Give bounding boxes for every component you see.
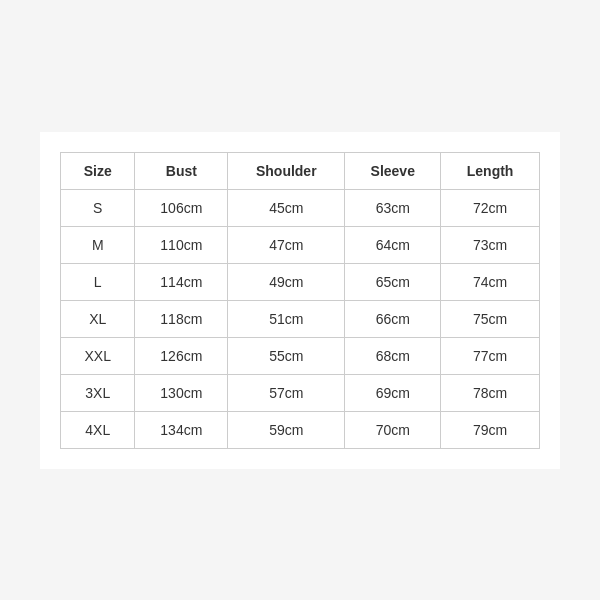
table-cell: 65cm (345, 263, 441, 300)
table-cell: 47cm (228, 226, 345, 263)
table-cell: 66cm (345, 300, 441, 337)
header-row: SizeBustShoulderSleeveLength (61, 152, 540, 189)
table-cell: S (61, 189, 135, 226)
table-cell: 78cm (441, 374, 540, 411)
table-row: XL118cm51cm66cm75cm (61, 300, 540, 337)
table-cell: 70cm (345, 411, 441, 448)
table-cell: 118cm (135, 300, 228, 337)
table-row: 4XL134cm59cm70cm79cm (61, 411, 540, 448)
table-cell: 73cm (441, 226, 540, 263)
header-cell: Bust (135, 152, 228, 189)
table-row: 3XL130cm57cm69cm78cm (61, 374, 540, 411)
table-row: S106cm45cm63cm72cm (61, 189, 540, 226)
table-cell: L (61, 263, 135, 300)
table-cell: 64cm (345, 226, 441, 263)
table-cell: 69cm (345, 374, 441, 411)
size-chart-table: SizeBustShoulderSleeveLength S106cm45cm6… (60, 152, 540, 449)
table-cell: 130cm (135, 374, 228, 411)
table-body: S106cm45cm63cm72cmM110cm47cm64cm73cmL114… (61, 189, 540, 448)
table-cell: 75cm (441, 300, 540, 337)
table-cell: 3XL (61, 374, 135, 411)
table-cell: 45cm (228, 189, 345, 226)
header-cell: Length (441, 152, 540, 189)
header-cell: Size (61, 152, 135, 189)
table-cell: 72cm (441, 189, 540, 226)
table-cell: XL (61, 300, 135, 337)
table-cell: 68cm (345, 337, 441, 374)
table-cell: 4XL (61, 411, 135, 448)
table-cell: XXL (61, 337, 135, 374)
table-cell: 59cm (228, 411, 345, 448)
table-cell: 49cm (228, 263, 345, 300)
table-row: M110cm47cm64cm73cm (61, 226, 540, 263)
header-cell: Shoulder (228, 152, 345, 189)
table-cell: 55cm (228, 337, 345, 374)
table-row: L114cm49cm65cm74cm (61, 263, 540, 300)
header-cell: Sleeve (345, 152, 441, 189)
table-cell: M (61, 226, 135, 263)
table-cell: 114cm (135, 263, 228, 300)
table-cell: 106cm (135, 189, 228, 226)
table-cell: 57cm (228, 374, 345, 411)
table-cell: 126cm (135, 337, 228, 374)
table-cell: 79cm (441, 411, 540, 448)
table-cell: 110cm (135, 226, 228, 263)
table-header: SizeBustShoulderSleeveLength (61, 152, 540, 189)
table-cell: 63cm (345, 189, 441, 226)
size-chart-container: SizeBustShoulderSleeveLength S106cm45cm6… (40, 132, 560, 469)
table-cell: 77cm (441, 337, 540, 374)
table-cell: 51cm (228, 300, 345, 337)
table-cell: 134cm (135, 411, 228, 448)
table-cell: 74cm (441, 263, 540, 300)
table-row: XXL126cm55cm68cm77cm (61, 337, 540, 374)
